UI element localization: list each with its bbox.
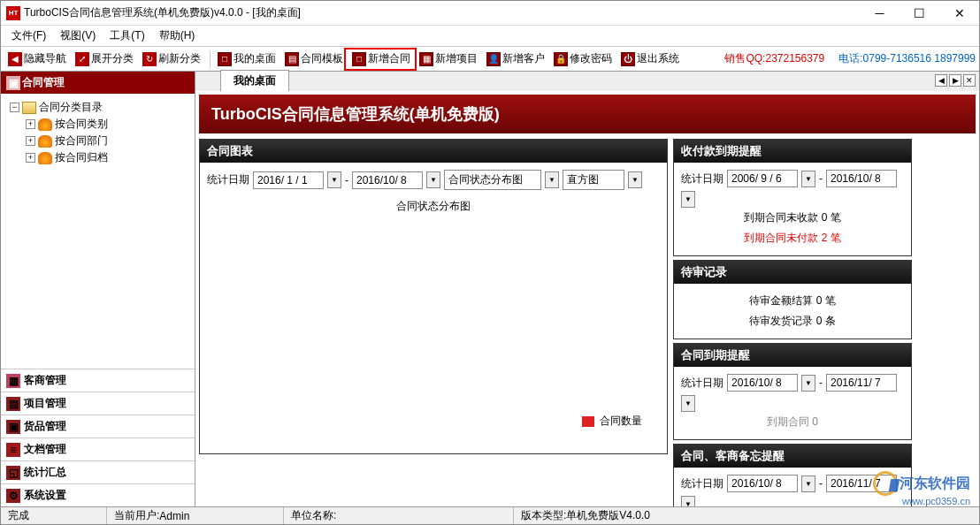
content-area: 我的桌面 ◀ ▶ ✕ TurboCIS合同信息管理系统(单机免费版) 合同图表 …: [195, 72, 979, 506]
pay-date-to[interactable]: 2016/10/ 8: [826, 170, 897, 187]
status-bar: 完成 当前用户:Admin 单位名称: 版本类型:单机免费版V4.0.0: [1, 506, 979, 524]
sidebar-item-customer[interactable]: ▦客商管理: [1, 369, 195, 392]
select-dropdown-icon[interactable]: ▼: [628, 171, 642, 188]
change-password-button[interactable]: 🔒修改密码: [550, 49, 616, 68]
tree-expand-icon[interactable]: +: [26, 136, 35, 146]
expand-cat-button[interactable]: ⤢展开分类: [72, 49, 137, 68]
lock-icon: 🔒: [554, 52, 568, 66]
sidebar-item-goods[interactable]: ▣货品管理: [1, 415, 195, 438]
my-desktop-button[interactable]: □我的桌面: [214, 49, 279, 68]
toolbar-separator: [210, 50, 211, 68]
status-unit: 单位名称:: [284, 507, 514, 524]
pay-unreceived-line: 到期合同未收款 0 笔: [681, 208, 904, 228]
contract-mgmt-icon: ▣: [6, 76, 20, 90]
chart-legend: 合同数量: [582, 414, 642, 429]
fire-icon: [38, 152, 52, 164]
sidebar: ▣ 合同管理 − 合同分类目录 + 按合同类别 + 按合同部门: [1, 72, 195, 506]
new-customer-button[interactable]: 👤新增客户: [483, 49, 548, 68]
stat-date-label: 统计日期: [681, 171, 724, 186]
sidebar-header-contract[interactable]: ▣ 合同管理: [1, 72, 195, 94]
pay-unpaid-line: 到期合同未付款 2 笔: [681, 228, 904, 248]
maximize-button[interactable]: ☐: [900, 1, 939, 26]
tree-child-category[interactable]: + 按合同类别: [6, 116, 189, 133]
chart-canvas: 合同状态分布图 合同数量: [207, 190, 660, 446]
audit-amount-line: 待审金额结算 0 笔: [681, 291, 904, 311]
menu-bar: 文件(F) 视图(V) 工具(T) 帮助(H): [1, 26, 979, 47]
menu-tool[interactable]: 工具(T): [103, 26, 151, 46]
sidebar-item-statistics[interactable]: ◱统计汇总: [1, 460, 195, 483]
memo-panel: 合同、客商备忘提醒 统计日期 2016/10/ 8▼ - 2016/11/ 7▼…: [673, 444, 912, 506]
menu-file[interactable]: 文件(F): [4, 26, 53, 46]
tree-root[interactable]: − 合同分类目录: [6, 99, 189, 116]
expire-date-to[interactable]: 2016/11/ 7: [826, 374, 897, 392]
panel-title: 待审记录: [674, 261, 911, 284]
menu-view[interactable]: 视图(V): [53, 26, 103, 46]
tree-child-department[interactable]: + 按合同部门: [6, 133, 189, 149]
select-dropdown-icon[interactable]: ▼: [545, 171, 559, 188]
new-project-button[interactable]: ▦新增项目: [416, 49, 481, 68]
tab-prev-button[interactable]: ◀: [935, 74, 947, 87]
exit-icon: ⏻: [621, 52, 635, 66]
stat-date-label: 统计日期: [681, 476, 724, 491]
memo-date-to[interactable]: 2016/11/ 7: [826, 475, 897, 492]
close-button[interactable]: ✕: [939, 1, 979, 26]
document-icon: ≡: [6, 443, 20, 457]
date-dropdown-icon[interactable]: ▼: [681, 496, 695, 506]
pay-date-from[interactable]: 2006/ 9 / 6: [727, 170, 798, 187]
date-dropdown-icon[interactable]: ▼: [801, 375, 815, 392]
tab-close-button[interactable]: ✕: [963, 74, 976, 87]
tab-next-button[interactable]: ▶: [949, 74, 961, 87]
tab-strip: 我的桌面 ◀ ▶ ✕: [195, 72, 979, 91]
audit-ship-line: 待审发货记录 0 条: [681, 311, 904, 331]
menu-help[interactable]: 帮助(H): [152, 26, 203, 46]
panel-title: 合同到期提醒: [674, 344, 911, 367]
tree-child-archive[interactable]: + 按合同归档: [6, 149, 189, 166]
date-dropdown-icon[interactable]: ▼: [801, 171, 815, 187]
chart-type-select[interactable]: 合同状态分布图: [444, 170, 541, 190]
contract-expire-panel: 合同到期提醒 统计日期 2016/10/ 8▼ - 2016/11/ 7▼ 到期…: [673, 343, 912, 440]
chart-shape-select[interactable]: 直方图: [563, 170, 624, 190]
fire-icon: [38, 135, 52, 148]
new-contract-icon: □: [352, 52, 366, 66]
stat-date-label: 统计日期: [207, 172, 249, 187]
sidebar-item-project[interactable]: ▤项目管理: [1, 392, 195, 415]
contract-template-button[interactable]: ▤合同模板: [281, 49, 347, 68]
toolbar: ◀隐藏导航 ⤢展开分类 ↻刷新分类 □我的桌面 ▤合同模板 □新增合同 ▦新增项…: [1, 47, 979, 72]
folder-icon: [22, 102, 36, 114]
refresh-cat-button[interactable]: ↻刷新分类: [139, 49, 204, 68]
title-bar: HT TurboCIS合同信息管理系统(单机免费版)v4.0.0 - [我的桌面…: [1, 1, 979, 26]
template-icon: ▤: [285, 52, 299, 66]
date-dropdown-icon[interactable]: ▼: [681, 191, 695, 208]
expire-date-from[interactable]: 2016/10/ 8: [727, 374, 798, 392]
chart-date-from[interactable]: 2016/ 1 / 1: [253, 171, 324, 189]
sidebar-item-settings[interactable]: ⚙系统设置: [1, 483, 195, 506]
fire-icon: [38, 118, 52, 131]
payment-reminder-panel: 收付款到期提醒 统计日期 2006/ 9 / 6▼ - 2016/10/ 8▼ …: [673, 139, 912, 256]
expand-icon: ⤢: [75, 52, 89, 66]
tab-my-desktop[interactable]: 我的桌面: [220, 70, 289, 91]
date-dropdown-icon[interactable]: ▼: [327, 171, 341, 188]
date-dropdown-icon[interactable]: ▼: [801, 476, 815, 492]
stats-icon: ◱: [6, 466, 20, 480]
hide-nav-button[interactable]: ◀隐藏导航: [4, 49, 70, 68]
window-title: TurboCIS合同信息管理系统(单机免费版)v4.0.0 - [我的桌面]: [24, 5, 860, 20]
tree-expand-icon[interactable]: +: [26, 153, 35, 163]
new-contract-button[interactable]: □新增合同: [348, 49, 414, 68]
page-banner: TurboCIS合同信息管理系统(单机免费版): [199, 95, 976, 133]
exit-system-button[interactable]: ⏻退出系统: [617, 49, 683, 68]
date-dropdown-icon[interactable]: ▼: [426, 171, 440, 188]
memo-date-from[interactable]: 2016/10/ 8: [727, 475, 798, 492]
new-customer-icon: 👤: [486, 52, 501, 66]
chart-title: 合同状态分布图: [207, 199, 660, 214]
chart-date-to[interactable]: 2016/10/ 8: [352, 171, 423, 189]
minimize-button[interactable]: ─: [860, 1, 900, 26]
sidebar-tree: − 合同分类目录 + 按合同类别 + 按合同部门 + 按合同归档: [1, 94, 195, 369]
tree-expand-icon[interactable]: +: [26, 119, 35, 129]
gear-icon: ⚙: [6, 489, 20, 503]
tree-collapse-icon[interactable]: −: [10, 103, 19, 112]
legend-swatch-icon: [582, 416, 594, 427]
telephone-label: 电话:0799-7136516 1897999: [838, 51, 976, 66]
date-dropdown-icon[interactable]: ▼: [681, 395, 695, 412]
goods-icon: ▣: [6, 420, 20, 434]
sidebar-item-document[interactable]: ≡文档管理: [1, 438, 195, 460]
